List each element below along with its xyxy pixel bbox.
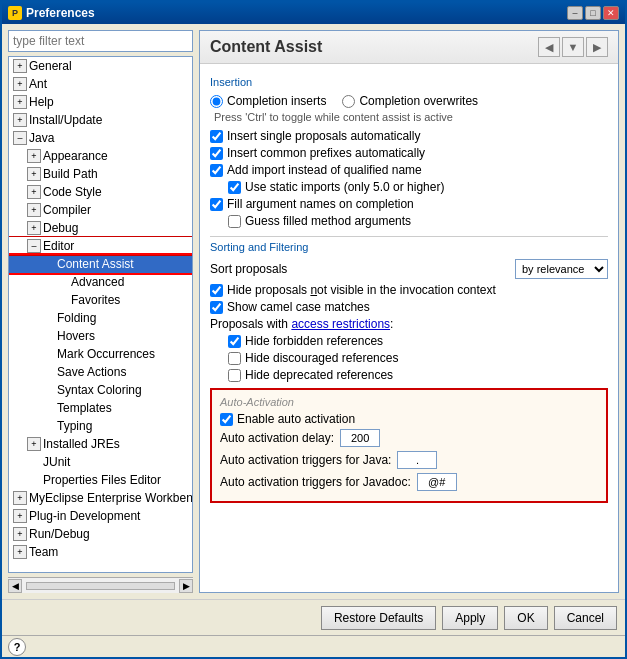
guess-filled-label[interactable]: Guess filled method arguments bbox=[228, 214, 411, 228]
hide-deprecated-checkbox[interactable] bbox=[228, 369, 241, 382]
hide-discouraged-label[interactable]: Hide discouraged references bbox=[228, 351, 398, 365]
scroll-right-btn[interactable]: ▶ bbox=[179, 579, 193, 593]
delay-input[interactable] bbox=[340, 429, 380, 447]
hide-forbidden-checkbox[interactable] bbox=[228, 335, 241, 348]
static-imports-text: Use static imports (only 5.0 or higher) bbox=[245, 180, 444, 194]
dropdown-button[interactable]: ▼ bbox=[562, 37, 584, 57]
hide-forbidden-label[interactable]: Hide forbidden references bbox=[228, 334, 383, 348]
expand-icon[interactable]: + bbox=[27, 149, 41, 163]
guess-filled-checkbox[interactable] bbox=[228, 215, 241, 228]
hide-proposals-label[interactable]: Hide proposals not visible in the invoca… bbox=[210, 283, 496, 297]
expand-icon[interactable]: + bbox=[13, 545, 27, 559]
tree-item-properties-files-editor[interactable]: Properties Files Editor bbox=[9, 471, 192, 489]
ok-button[interactable]: OK bbox=[504, 606, 547, 630]
fill-args-checkbox[interactable] bbox=[210, 198, 223, 211]
maximize-button[interactable]: □ bbox=[585, 6, 601, 20]
hide-proposals-checkbox[interactable] bbox=[210, 284, 223, 297]
expand-icon[interactable]: + bbox=[13, 59, 27, 73]
access-restrictions-link[interactable]: access restrictions bbox=[291, 317, 390, 331]
hide-deprecated-label[interactable]: Hide deprecated references bbox=[228, 368, 393, 382]
tree-item-syntax-coloring[interactable]: Syntax Coloring bbox=[9, 381, 192, 399]
expand-icon[interactable]: + bbox=[27, 221, 41, 235]
add-import-checkbox[interactable] bbox=[210, 164, 223, 177]
tree-item-general[interactable]: +General bbox=[9, 57, 192, 75]
tree-item-plug-in-dev[interactable]: +Plug-in Development bbox=[9, 507, 192, 525]
insert-single-checkbox[interactable] bbox=[210, 130, 223, 143]
insert-common-checkbox[interactable] bbox=[210, 147, 223, 160]
forward-button[interactable]: ▶ bbox=[586, 37, 608, 57]
cancel-button[interactable]: Cancel bbox=[554, 606, 617, 630]
tree-item-favorites[interactable]: Favorites bbox=[9, 291, 192, 309]
back-button[interactable]: ◀ bbox=[538, 37, 560, 57]
camel-case-checkbox[interactable] bbox=[210, 301, 223, 314]
javadoc-triggers-input[interactable] bbox=[417, 473, 457, 491]
tree-item-folding[interactable]: Folding bbox=[9, 309, 192, 327]
expand-icon[interactable]: + bbox=[27, 437, 41, 451]
restore-defaults-button[interactable]: Restore Defaults bbox=[321, 606, 436, 630]
tree-item-java[interactable]: –Java bbox=[9, 129, 192, 147]
tree-item-save-actions[interactable]: Save Actions bbox=[9, 363, 192, 381]
camel-case-label[interactable]: Show camel case matches bbox=[210, 300, 370, 314]
tree-item-label: Advanced bbox=[71, 275, 124, 289]
tree-item-label: Syntax Coloring bbox=[57, 383, 142, 397]
scrollbar-track[interactable] bbox=[26, 582, 175, 590]
tree-item-compiler[interactable]: +Compiler bbox=[9, 201, 192, 219]
horizontal-scrollbar[interactable]: ◀ ▶ bbox=[8, 577, 193, 593]
completion-inserts-radio[interactable] bbox=[210, 95, 223, 108]
expand-icon[interactable]: + bbox=[13, 527, 27, 541]
tree-item-ant[interactable]: +Ant bbox=[9, 75, 192, 93]
tree-item-junit[interactable]: JUnit bbox=[9, 453, 192, 471]
expand-icon[interactable]: + bbox=[13, 77, 27, 91]
tree-item-team[interactable]: +Team bbox=[9, 543, 192, 561]
minimize-button[interactable]: – bbox=[567, 6, 583, 20]
insert-common-label[interactable]: Insert common prefixes automatically bbox=[210, 146, 425, 160]
expand-icon[interactable]: + bbox=[27, 185, 41, 199]
insert-single-label[interactable]: Insert single proposals automatically bbox=[210, 129, 420, 143]
tree-item-editor[interactable]: –Editor bbox=[9, 237, 192, 255]
java-triggers-input[interactable] bbox=[397, 451, 437, 469]
tree-item-hovers[interactable]: Hovers bbox=[9, 327, 192, 345]
completion-overwrites-option[interactable]: Completion overwrites bbox=[342, 94, 478, 108]
tree-item-help[interactable]: +Help bbox=[9, 93, 192, 111]
expand-icon[interactable]: + bbox=[13, 509, 27, 523]
completion-overwrites-radio[interactable] bbox=[342, 95, 355, 108]
static-imports-label[interactable]: Use static imports (only 5.0 or higher) bbox=[228, 180, 444, 194]
help-icon[interactable]: ? bbox=[8, 638, 26, 656]
static-imports-checkbox[interactable] bbox=[228, 181, 241, 194]
enable-auto-label[interactable]: Enable auto activation bbox=[220, 412, 355, 426]
tree-item-mark-occurrences[interactable]: Mark Occurrences bbox=[9, 345, 192, 363]
sort-proposals-row: Sort proposals by relevance alphabetical… bbox=[210, 259, 608, 279]
hide-discouraged-checkbox[interactable] bbox=[228, 352, 241, 365]
filter-input[interactable] bbox=[8, 30, 193, 52]
tree-item-run-debug[interactable]: +Run/Debug bbox=[9, 525, 192, 543]
sort-select[interactable]: by relevance alphabetically bbox=[515, 259, 608, 279]
tree-item-build-path[interactable]: +Build Path bbox=[9, 165, 192, 183]
expand-icon[interactable]: + bbox=[27, 167, 41, 181]
add-import-label[interactable]: Add import instead of qualified name bbox=[210, 163, 422, 177]
expand-icon[interactable]: + bbox=[13, 491, 27, 505]
tree-item-debug[interactable]: +Debug bbox=[9, 219, 192, 237]
expand-icon[interactable]: – bbox=[13, 131, 27, 145]
close-button[interactable]: ✕ bbox=[603, 6, 619, 20]
scroll-left-btn[interactable]: ◀ bbox=[8, 579, 22, 593]
expand-icon[interactable]: + bbox=[27, 203, 41, 217]
tree-item-typing[interactable]: Typing bbox=[9, 417, 192, 435]
tree-item-installed-jres[interactable]: +Installed JREs bbox=[9, 435, 192, 453]
expand-icon[interactable]: – bbox=[27, 239, 41, 253]
tree-item-install-update[interactable]: +Install/Update bbox=[9, 111, 192, 129]
expand-icon[interactable]: + bbox=[13, 113, 27, 127]
tree-item-content-assist[interactable]: Content Assist bbox=[9, 255, 192, 273]
tree-item-label: Plug-in Development bbox=[29, 509, 140, 523]
tree-container[interactable]: +General+Ant+Help+Install/Update–Java+Ap… bbox=[8, 56, 193, 573]
fill-args-label[interactable]: Fill argument names on completion bbox=[210, 197, 414, 211]
tree-item-appearance[interactable]: +Appearance bbox=[9, 147, 192, 165]
completion-inserts-option[interactable]: Completion inserts bbox=[210, 94, 326, 108]
tree-item-advanced[interactable]: Advanced bbox=[9, 273, 192, 291]
apply-button[interactable]: Apply bbox=[442, 606, 498, 630]
fill-args-row: Fill argument names on completion bbox=[210, 197, 608, 211]
tree-item-templates[interactable]: Templates bbox=[9, 399, 192, 417]
tree-item-myeclipse[interactable]: +MyEclipse Enterprise Workbenc bbox=[9, 489, 192, 507]
expand-icon[interactable]: + bbox=[13, 95, 27, 109]
tree-item-code-style[interactable]: +Code Style bbox=[9, 183, 192, 201]
enable-auto-checkbox[interactable] bbox=[220, 413, 233, 426]
